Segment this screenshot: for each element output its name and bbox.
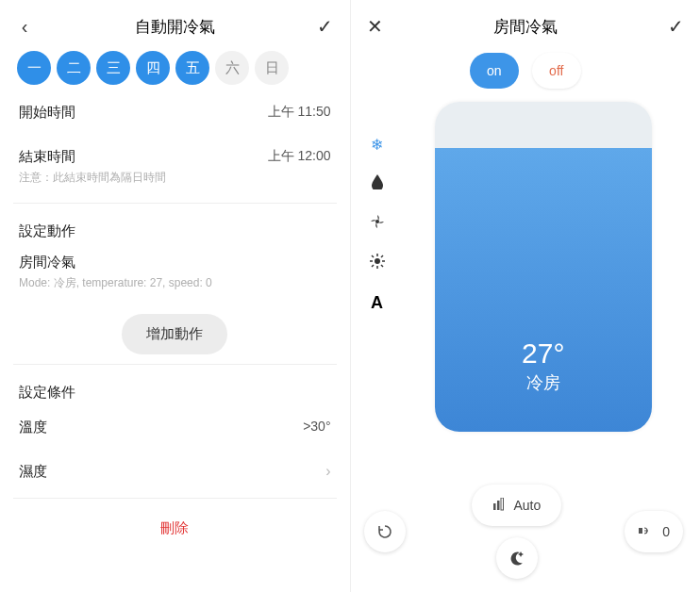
actions-heading: 設定動作 [13, 207, 337, 244]
mode-auto-icon[interactable]: A [371, 293, 383, 313]
device-action-row[interactable]: 房間冷氣 Mode: 冷房, temperature: 27, speed: 0 [13, 244, 337, 304]
mode-fan-icon[interactable] [370, 214, 385, 233]
close-icon[interactable]: ✕ [364, 15, 387, 38]
day-pill[interactable]: 五 [175, 51, 209, 85]
svg-rect-11 [497, 501, 500, 510]
day-pill[interactable]: 一 [17, 51, 51, 85]
schedule-title: 自動開冷氣 [135, 16, 215, 38]
mode-label: 冷房 [526, 371, 560, 394]
humidity-condition-row[interactable]: 濕度 › [13, 450, 337, 494]
power-off-button[interactable]: off [532, 53, 581, 89]
day-pill[interactable]: 四 [136, 51, 170, 85]
svg-line-9 [372, 265, 374, 267]
day-pill[interactable]: 三 [96, 51, 130, 85]
end-time-row[interactable]: 結束時間 注意：此結束時間為隔日時間 上午 12:00 [13, 135, 337, 199]
conditions-heading: 設定條件 [13, 369, 337, 405]
confirm-icon[interactable]: ✓ [664, 15, 687, 38]
day-pill[interactable]: 日 [255, 51, 289, 85]
svg-line-6 [372, 255, 374, 257]
mode-dry-icon[interactable] [371, 174, 384, 193]
temp-condition-row[interactable]: 溫度 >30° [13, 405, 337, 450]
delete-button[interactable]: 刪除 [13, 502, 337, 554]
mode-heat-icon[interactable] [370, 254, 385, 272]
device-title: 房間冷氣 [493, 16, 558, 38]
svg-point-1 [375, 258, 380, 264]
schedule-pane: ‹ 自動開冷氣 ✓ 一二三四五六日 開始時間 上午 11:50 結束時間 注意：… [0, 0, 351, 592]
mode-list: ❄ A [364, 102, 391, 432]
add-action-button[interactable]: 增加動作 [122, 314, 227, 354]
day-pill[interactable]: 二 [57, 51, 91, 85]
start-time-row[interactable]: 開始時間 上午 11:50 [13, 90, 337, 135]
svg-rect-13 [639, 528, 642, 534]
svg-rect-12 [501, 498, 504, 510]
day-pill[interactable]: 六 [215, 51, 249, 85]
bars-icon [492, 498, 506, 514]
sleep-button[interactable] [496, 537, 538, 579]
temperature-card[interactable]: 27° 冷房 [435, 102, 652, 432]
svg-line-8 [381, 255, 383, 257]
svg-line-7 [381, 265, 383, 267]
day-selector: 一二三四五六日 [13, 41, 337, 90]
mode-cool-icon[interactable]: ❄ [371, 136, 383, 154]
swing-icon [638, 524, 655, 540]
svg-point-0 [375, 220, 379, 223]
power-on-button[interactable]: on [470, 53, 519, 89]
refresh-button[interactable] [364, 511, 406, 552]
chevron-right-icon: › [325, 463, 330, 480]
fan-speed-button[interactable]: Auto [472, 485, 561, 526]
swing-button[interactable]: 0 [625, 511, 683, 552]
confirm-icon[interactable]: ✓ [314, 15, 337, 38]
svg-rect-10 [493, 503, 496, 510]
device-pane: ✕ 房間冷氣 ✓ on off ❄ A 27° 冷房 [351, 0, 701, 592]
power-toggle: on off [364, 53, 688, 89]
back-icon[interactable]: ‹ [13, 16, 36, 38]
temperature-value: 27° [522, 337, 564, 370]
